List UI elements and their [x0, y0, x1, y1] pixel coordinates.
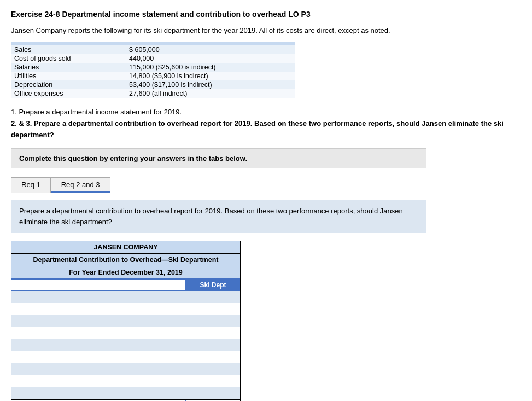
report-data-row	[11, 315, 240, 327]
data-row-value: 53,400 ($17,100 is indirect)	[126, 80, 295, 89]
data-row-label: Utilities	[11, 72, 126, 80]
complete-box: Complete this question by entering your …	[11, 148, 426, 168]
report-date: For Year Ended December 31, 2019	[11, 266, 240, 280]
report-data-row	[11, 363, 240, 375]
row-value[interactable]	[185, 327, 240, 339]
report-data-row	[11, 291, 240, 303]
main-title: Exercise 24-8 Departmental income statem…	[11, 10, 521, 19]
report-data-row	[11, 327, 240, 339]
row-value[interactable]	[185, 387, 240, 399]
row-label	[11, 291, 185, 303]
report-container: JANSEN COMPANY Departmental Contribution…	[11, 241, 241, 401]
tab-req2and3[interactable]: Req 2 and 3	[51, 177, 110, 193]
data-row-label: Salaries	[11, 63, 126, 72]
req-description: Prepare a departmental contribution to o…	[11, 200, 426, 233]
row-value[interactable]	[185, 315, 240, 327]
row-label	[11, 375, 185, 387]
instructions: 1. Prepare a departmental income stateme…	[11, 107, 521, 141]
row-label	[11, 351, 185, 363]
row-value[interactable]	[185, 291, 240, 303]
row-value[interactable]	[185, 303, 240, 315]
data-row-value: 115,000 ($25,600 is indirect)	[126, 63, 295, 72]
row-value[interactable]	[185, 339, 240, 351]
data-row-value: 14,800 ($5,900 is indirect)	[126, 72, 295, 80]
data-row-value: 440,000	[126, 54, 295, 63]
tabs-row: Req 1 Req 2 and 3	[11, 177, 521, 193]
row-value[interactable]	[185, 375, 240, 387]
row-label	[11, 327, 185, 339]
data-row-value: 27,600 (all indirect)	[126, 89, 295, 98]
data-row-label: Sales	[11, 45, 126, 54]
row-label	[11, 303, 185, 315]
report-data-row	[11, 387, 240, 399]
report-data-row	[11, 375, 240, 387]
data-row-label: Cost of goods sold	[11, 54, 126, 63]
row-label	[11, 387, 185, 399]
report-col-header: Ski Dept	[11, 280, 240, 291]
row-label	[11, 363, 185, 375]
data-row-label: Depreciation	[11, 80, 126, 89]
report-company: JANSEN COMPANY	[11, 241, 240, 254]
given-data-table: Sales$ 605,000Cost of goods sold440,000S…	[11, 42, 295, 98]
row-value[interactable]	[185, 351, 240, 363]
row-label	[11, 315, 185, 327]
data-row-value: $ 605,000	[126, 45, 295, 54]
report-data-row	[11, 339, 240, 351]
report-data-row	[11, 303, 240, 315]
row-label	[11, 339, 185, 351]
col-header-ski-dept: Ski Dept	[185, 280, 240, 290]
data-row-label: Office expenses	[11, 89, 126, 98]
tab-req1[interactable]: Req 1	[11, 177, 51, 193]
report-subtitle: Departmental Contribution to Overhead—Sk…	[11, 254, 240, 266]
report-data-row	[11, 351, 240, 363]
intro-text: Jansen Company reports the following for…	[11, 26, 521, 34]
row-value[interactable]	[185, 363, 240, 375]
